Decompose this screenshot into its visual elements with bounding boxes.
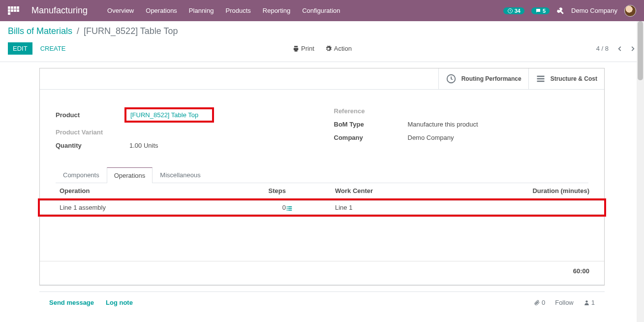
value-quantity: 1.00 Units xyxy=(129,142,158,149)
cell-workcenter: Line 1 xyxy=(306,204,483,212)
print-icon xyxy=(292,45,299,52)
chat-badge[interactable]: 5 xyxy=(531,7,550,14)
bars-icon xyxy=(536,74,546,84)
list-icon xyxy=(286,205,293,212)
follow-button[interactable]: Follow xyxy=(555,299,574,306)
clock-icon xyxy=(507,8,513,14)
chatter-right: 0 Follow 1 xyxy=(534,299,595,306)
breadcrumb-sep: / xyxy=(77,26,79,36)
nav-products[interactable]: Products xyxy=(225,7,250,14)
svg-rect-4 xyxy=(287,208,288,209)
paperclip-icon xyxy=(534,299,540,306)
highlight-product: [FURN_8522] Table Top xyxy=(124,107,214,123)
svg-rect-6 xyxy=(287,209,288,210)
nav-reporting[interactable]: Reporting xyxy=(263,7,290,14)
quantity-number: 1.00 xyxy=(129,142,142,149)
stat-structure-label: Structure & Cost xyxy=(551,75,597,82)
stat-structure[interactable]: Structure & Cost xyxy=(528,68,604,89)
form-col-left: Product [FURN_8522] Table Top Product Va… xyxy=(56,107,310,155)
chatter-left: Send message Log note xyxy=(49,299,133,306)
label-company: Company xyxy=(334,134,408,141)
main-wrap: Routing Performance Structure & Cost Pro… xyxy=(0,62,644,313)
tab-operations[interactable]: Operations xyxy=(107,167,153,183)
breadcrumb-root[interactable]: Bills of Materials xyxy=(8,26,72,36)
nav-overview[interactable]: Overview xyxy=(107,7,134,14)
pager-prev-icon[interactable] xyxy=(616,45,623,52)
create-button[interactable]: CREATE xyxy=(35,42,71,55)
gear-icon xyxy=(325,45,332,52)
header-operation: Operation xyxy=(60,187,246,194)
svg-rect-2 xyxy=(287,206,288,207)
pager-nav xyxy=(616,45,636,52)
user-icon xyxy=(583,299,590,306)
edit-button[interactable]: EDIT xyxy=(8,42,32,55)
stat-routing[interactable]: Routing Performance xyxy=(438,68,528,89)
send-message-button[interactable]: Send message xyxy=(49,299,94,306)
ops-row[interactable]: Line 1 assembly 0 Line 1 xyxy=(40,200,604,215)
attachments-button[interactable]: 0 xyxy=(534,299,545,306)
clock-badge[interactable]: 34 xyxy=(503,7,524,14)
tab-misc[interactable]: Miscellaneous xyxy=(153,167,208,183)
svg-rect-3 xyxy=(288,206,292,207)
ops-total: 60:00 xyxy=(483,267,594,275)
breadcrumb-current: [FURN_8522] Table Top xyxy=(84,26,178,36)
followers-count: 1 xyxy=(591,299,595,306)
stat-buttons: Routing Performance Structure & Cost xyxy=(40,68,604,90)
cell-steps: 0 xyxy=(246,204,286,212)
pager-text: 4 / 8 xyxy=(596,45,609,52)
label-reference: Reference xyxy=(334,107,408,115)
actions-row: EDIT CREATE Print Action 4 / 8 xyxy=(8,39,636,62)
brand-title[interactable]: Manufacturing xyxy=(31,5,88,16)
clock-icon xyxy=(446,73,457,84)
nav-operations[interactable]: Operations xyxy=(146,7,177,14)
value-bomtype: Manufacture this product xyxy=(408,121,478,128)
header-workcenter: Work Center xyxy=(306,187,483,194)
nav-menu: Overview Operations Planning Products Re… xyxy=(107,7,340,14)
nav-planning[interactable]: Planning xyxy=(189,7,214,14)
ops-header-row: Operation Steps Work Center Duration (mi… xyxy=(40,183,604,198)
control-bar: Bills of Materials / [FURN_8522] Table T… xyxy=(0,21,644,62)
cell-operation: Line 1 assembly xyxy=(60,204,246,212)
tab-components[interactable]: Components xyxy=(56,167,107,183)
breadcrumb: Bills of Materials / [FURN_8522] Table T… xyxy=(8,23,636,39)
svg-point-8 xyxy=(585,300,587,302)
svg-rect-5 xyxy=(288,208,292,209)
scrollbar-thumb[interactable] xyxy=(638,21,643,80)
center-actions: Print Action xyxy=(292,45,352,52)
action-label: Action xyxy=(334,45,352,52)
navbar: Manufacturing Overview Operations Planni… xyxy=(0,0,644,21)
apps-icon[interactable] xyxy=(8,6,20,15)
tools-icon[interactable] xyxy=(556,7,564,15)
header-duration: Duration (minutes) xyxy=(483,187,594,194)
form-sheet: Routing Performance Structure & Cost Pro… xyxy=(39,68,605,286)
print-button[interactable]: Print xyxy=(292,45,314,52)
label-quantity: Quantity xyxy=(56,142,129,149)
ops-blank xyxy=(40,214,604,261)
action-button[interactable]: Action xyxy=(325,45,352,52)
user-avatar[interactable] xyxy=(624,5,636,17)
nav-right: 34 5 Demo Company xyxy=(503,5,636,17)
print-label: Print xyxy=(301,45,314,52)
svg-rect-7 xyxy=(288,209,292,210)
followers-button[interactable]: 1 xyxy=(583,299,595,306)
company-name[interactable]: Demo Company xyxy=(571,7,617,14)
chatter: Send message Log note 0 Follow 1 xyxy=(39,291,605,313)
product-link[interactable]: [FURN_8522] Table Top xyxy=(130,111,198,119)
cell-steps-icon[interactable] xyxy=(286,204,306,212)
form-body: Product [FURN_8522] Table Top Product Va… xyxy=(40,90,604,155)
pager-next-icon[interactable] xyxy=(629,45,636,52)
form-col-right: Reference BoM Type Manufacture this prod… xyxy=(334,107,589,155)
log-note-button[interactable]: Log note xyxy=(106,299,133,306)
label-product: Product xyxy=(56,111,129,119)
pager: 4 / 8 xyxy=(596,45,636,52)
nav-configuration[interactable]: Configuration xyxy=(302,7,340,14)
chat-icon xyxy=(535,8,541,14)
tabs: Components Operations Miscellaneous xyxy=(56,167,588,183)
label-variant: Product Variant xyxy=(56,129,129,136)
quantity-unit: Units xyxy=(144,142,158,149)
tabs-wrap: Components Operations Miscellaneous xyxy=(40,167,604,183)
operations-table: Operation Steps Work Center Duration (mi… xyxy=(40,183,604,285)
clock-badge-count: 34 xyxy=(515,8,521,14)
header-steps: Steps xyxy=(246,187,286,194)
scrollbar[interactable] xyxy=(637,21,644,322)
